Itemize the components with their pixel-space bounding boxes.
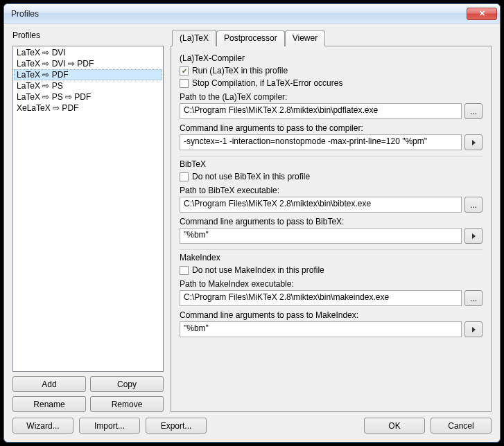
bibtex-section-title: BibTeX bbox=[180, 159, 483, 169]
profiles-listbox[interactable]: LaTeX ⇨ DVILaTeX ⇨ DVI ⇨ PDFLaTeX ⇨ PDFL… bbox=[12, 46, 164, 372]
list-item[interactable]: XeLaTeX ⇨ PDF bbox=[14, 102, 162, 114]
export-button[interactable]: Export... bbox=[146, 418, 207, 434]
tab-bar: (La)TeX Postprocessor Viewer bbox=[171, 30, 492, 46]
latex-args-input[interactable]: -synctex=-1 -interaction=nonstopmode -ma… bbox=[180, 134, 462, 150]
run-latex-checkbox[interactable]: ✔ bbox=[180, 66, 189, 75]
bibtex-path-input[interactable]: C:\Program Files\MiKTeX 2.8\miktex\bin\b… bbox=[180, 197, 462, 213]
list-item[interactable]: LaTeX ⇨ PS bbox=[14, 80, 162, 91]
list-item[interactable]: LaTeX ⇨ DVI ⇨ PDF bbox=[14, 58, 162, 69]
chevron-right-icon bbox=[472, 327, 476, 332]
chevron-right-icon bbox=[472, 140, 476, 145]
bibtex-args-label: Command line arguments to pass to BibTeX… bbox=[180, 217, 483, 226]
tab-postprocessor[interactable]: Postprocessor bbox=[216, 30, 285, 46]
chevron-right-icon bbox=[472, 233, 476, 239]
settings-panel: (La)TeX Postprocessor Viewer (La)TeX-Com… bbox=[171, 30, 492, 412]
makeindex-path-label: Path to MakeIndex executable: bbox=[180, 279, 483, 289]
stop-on-error-label: Stop Compilation, if LaTeX-Error occures bbox=[192, 78, 342, 88]
bibtex-args-input[interactable]: "%bm" bbox=[180, 228, 462, 244]
tab-latex[interactable]: (La)TeX bbox=[172, 30, 216, 46]
wizard-button[interactable]: Wizard... bbox=[12, 418, 73, 434]
latex-path-input[interactable]: C:\Program Files\MiKTeX 2.8\miktex\bin\p… bbox=[180, 103, 462, 119]
profiles-panel: Profiles LaTeX ⇨ DVILaTeX ⇨ DVI ⇨ PDFLaT… bbox=[12, 30, 164, 412]
latex-args-label: Command line arguments to pass to the co… bbox=[180, 123, 483, 133]
dialog-body: Profiles LaTeX ⇨ DVILaTeX ⇨ DVI ⇨ PDFLaT… bbox=[4, 24, 500, 442]
makeindex-path-browse-button[interactable]: ... bbox=[464, 290, 483, 306]
list-item[interactable]: LaTeX ⇨ DVI bbox=[14, 47, 162, 58]
latex-path-label: Path to the (La)TeX compiler: bbox=[180, 92, 483, 102]
latex-section-title: (La)TeX-Compiler bbox=[180, 53, 483, 63]
skip-makeindex-label: Do not use MakeIndex in this profile bbox=[192, 265, 324, 275]
stop-on-error-checkbox[interactable] bbox=[180, 79, 189, 88]
skip-bibtex-checkbox[interactable] bbox=[180, 172, 189, 181]
skip-bibtex-label: Do not use BibTeX in this profile bbox=[192, 172, 310, 181]
divider bbox=[180, 156, 483, 157]
makeindex-args-input[interactable]: "%bm" bbox=[180, 321, 462, 337]
remove-button[interactable]: Remove bbox=[90, 396, 164, 412]
bibtex-path-browse-button[interactable]: ... bbox=[464, 197, 483, 213]
profiles-label: Profiles bbox=[12, 30, 164, 40]
tab-content: (La)TeX-Compiler ✔ Run (La)TeX in this p… bbox=[171, 46, 492, 412]
profiles-dialog: Profiles ✕ Profiles LaTeX ⇨ DVILaTeX ⇨ D… bbox=[3, 3, 501, 443]
divider bbox=[180, 249, 483, 250]
tab-viewer[interactable]: Viewer bbox=[285, 30, 325, 46]
bottom-bar: Wizard... Import... Export... OK Cancel bbox=[12, 418, 492, 434]
add-button[interactable]: Add bbox=[12, 376, 86, 392]
copy-button[interactable]: Copy bbox=[90, 376, 164, 392]
list-item[interactable]: LaTeX ⇨ PDF bbox=[14, 69, 162, 80]
window-title: Profiles bbox=[11, 9, 465, 19]
skip-makeindex-checkbox[interactable] bbox=[180, 266, 189, 275]
makeindex-path-input[interactable]: C:\Program Files\MiKTeX 2.8\miktex\bin\m… bbox=[180, 290, 462, 306]
ok-button[interactable]: OK bbox=[364, 418, 425, 434]
cancel-button[interactable]: Cancel bbox=[431, 418, 492, 434]
latex-path-browse-button[interactable]: ... bbox=[464, 103, 483, 119]
bibtex-path-label: Path to BibTeX executable: bbox=[180, 186, 483, 195]
titlebar: Profiles ✕ bbox=[4, 4, 500, 24]
import-button[interactable]: Import... bbox=[79, 418, 140, 434]
run-latex-label: Run (La)TeX in this profile bbox=[192, 66, 288, 75]
makeindex-args-menu-button[interactable] bbox=[464, 321, 483, 337]
makeindex-section-title: MakeIndex bbox=[180, 253, 483, 262]
makeindex-args-label: Command line arguments to pass to MakeIn… bbox=[180, 310, 483, 320]
rename-button[interactable]: Rename bbox=[12, 396, 86, 412]
latex-args-menu-button[interactable] bbox=[464, 134, 483, 150]
list-item[interactable]: LaTeX ⇨ PS ⇨ PDF bbox=[14, 91, 162, 102]
close-button[interactable]: ✕ bbox=[467, 8, 497, 20]
bibtex-args-menu-button[interactable] bbox=[464, 228, 483, 244]
